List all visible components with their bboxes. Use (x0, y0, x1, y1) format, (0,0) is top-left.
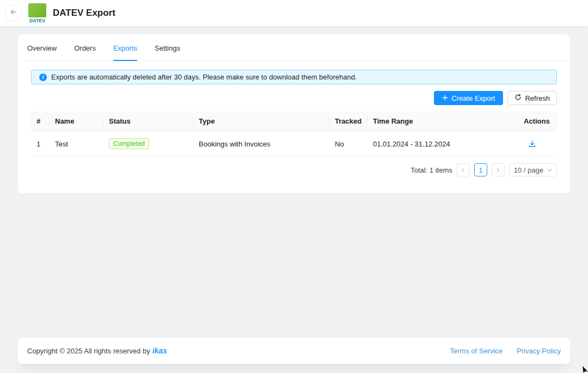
create-export-button[interactable]: Create Export (434, 91, 503, 105)
cell-type: Bookings with Invoices (193, 131, 329, 157)
mouse-cursor (581, 365, 588, 373)
table-row: 1 Test Completed Bookings with Invoices … (31, 131, 557, 157)
toolbar: Create Export Refresh (31, 91, 557, 105)
cell-status: Completed (103, 131, 193, 157)
column-header-actions: Actions (518, 112, 557, 131)
cell-actions (518, 131, 557, 157)
create-export-label: Create Export (451, 94, 495, 102)
chevron-right-icon (495, 166, 500, 174)
copyright-text: Copyright © 2025 All rights reserved by (27, 347, 150, 355)
info-alert-text: Exports are automatically deleted after … (51, 73, 357, 81)
column-header-name: Name (50, 112, 103, 131)
cell-index: 1 (31, 131, 50, 157)
refresh-button[interactable]: Refresh (507, 91, 557, 105)
main-card: Overview Orders Exports Settings i Expor… (18, 34, 570, 193)
pagination-total: Total: 1 items (411, 166, 452, 174)
cell-tracked: No (329, 131, 367, 157)
info-alert: i Exports are automatically deleted afte… (31, 70, 557, 84)
download-icon[interactable] (528, 140, 536, 148)
tab-orders[interactable]: Orders (74, 34, 96, 61)
page-size-value: 10 / page (514, 166, 543, 174)
column-header-time-range: Time Range (367, 112, 518, 131)
plus-icon (442, 94, 448, 102)
app-footer: Copyright © 2025 All rights reserved byi… (18, 338, 570, 364)
back-button[interactable] (5, 5, 22, 21)
terms-of-service-link[interactable]: Terms of Service (450, 347, 503, 355)
datev-logo-square (28, 3, 46, 17)
pagination-next-button[interactable] (492, 163, 505, 176)
status-badge: Completed (109, 138, 149, 149)
exports-table: # Name Status Type Tracked Time Range Ac… (31, 112, 557, 157)
cell-name: Test (50, 131, 103, 157)
tab-exports[interactable]: Exports (113, 34, 137, 61)
app-header: DATEV DATEV Export (0, 0, 588, 26)
table-header-row: # Name Status Type Tracked Time Range Ac… (31, 112, 557, 131)
tab-bar: Overview Orders Exports Settings (18, 34, 570, 61)
page-title: DATEV Export (53, 8, 115, 19)
cell-time-range: 01.01.2024 - 31.12.2024 (367, 131, 518, 157)
column-header-index: # (31, 112, 50, 131)
column-header-status: Status (103, 112, 193, 131)
arrow-left-icon (10, 8, 17, 18)
column-header-type: Type (193, 112, 329, 131)
chevron-down-icon (547, 168, 552, 173)
info-circle-icon: i (39, 74, 47, 81)
copyright: Copyright © 2025 All rights reserved byi… (27, 346, 167, 355)
column-header-tracked: Tracked (329, 112, 367, 131)
privacy-policy-link[interactable]: Privacy Policy (517, 347, 561, 355)
pagination: Total: 1 items 1 10 / page (31, 163, 557, 176)
tab-settings[interactable]: Settings (155, 34, 180, 61)
reload-icon (514, 94, 522, 102)
ikas-brand-link[interactable]: ikas (152, 346, 167, 355)
chevron-left-icon (461, 166, 465, 174)
tab-overview[interactable]: Overview (27, 34, 57, 61)
page-size-select[interactable]: 10 / page (509, 163, 557, 176)
datev-logo-wordmark: DATEV (29, 18, 45, 23)
refresh-label: Refresh (525, 94, 550, 102)
pagination-prev-button[interactable] (457, 163, 470, 176)
pagination-page-1[interactable]: 1 (474, 163, 487, 176)
datev-logo: DATEV (28, 3, 46, 23)
footer-links: Terms of Service Privacy Policy (450, 347, 561, 355)
